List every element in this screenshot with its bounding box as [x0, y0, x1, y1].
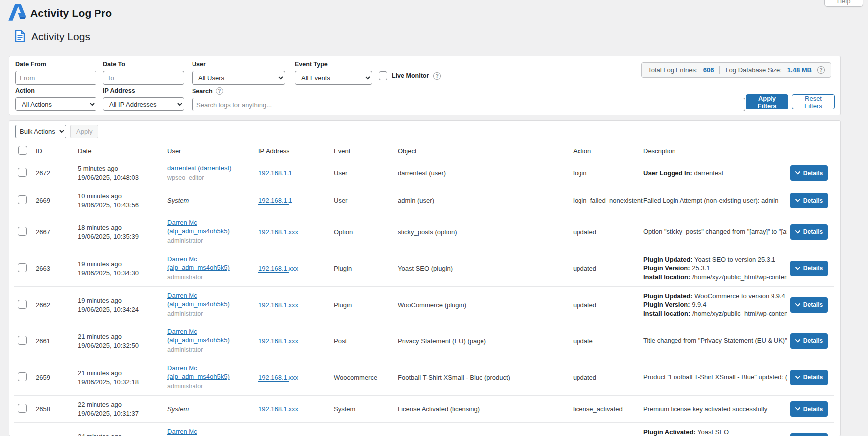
user-link[interactable]: Darren Mc (alp_adm_ms4oh5k5)	[167, 364, 230, 380]
ip-address-link[interactable]: 192.168.1.xxx	[258, 228, 298, 236]
ip-address-link[interactable]: 192.168.1.1	[258, 169, 292, 177]
description-line: Title changed from "Privacy Statement (E…	[643, 336, 787, 345]
ip-address-filter-label: IP Address	[103, 87, 184, 94]
action-filter-select[interactable]: All Actions	[15, 97, 96, 111]
user-link[interactable]: Darren Mc (alp_adm_ms4oh5k5)	[167, 219, 230, 235]
log-object: WooCommerce (plugin)	[394, 301, 570, 309]
description-line: Plugin Version: 9.9.4	[643, 300, 787, 309]
db-size-help-icon[interactable]: ?	[817, 66, 825, 74]
log-ip: 192.168.1.xxx	[255, 337, 330, 345]
row-checkbox[interactable]	[18, 336, 27, 345]
date-absolute: 19/06/2025, 10:32:18	[78, 378, 164, 386]
ip-address-filter-select[interactable]: All IP Addresses	[103, 97, 184, 111]
search-input[interactable]	[192, 98, 745, 111]
description-line: Option "sticky_posts" changed from "[arr…	[643, 227, 787, 236]
log-ip: 192.168.1.1	[255, 169, 330, 177]
log-object: Privacy Statement (EU) (page)	[394, 337, 570, 345]
row-checkbox[interactable]	[18, 168, 27, 177]
total-log-entries-value: 606	[703, 66, 714, 74]
ip-address-link[interactable]: 192.168.1.xxx	[258, 405, 298, 413]
row-checkbox[interactable]	[18, 263, 27, 272]
log-ip: 192.168.1.xxx	[255, 228, 330, 236]
log-date: 22 minutes ago 19/06/2025, 10:31:37	[74, 400, 164, 418]
details-button[interactable]: Details	[790, 333, 828, 349]
details-button[interactable]: Details	[790, 224, 828, 240]
log-description: Product "Football T-Shirt XSmall - Blue"…	[640, 373, 787, 382]
details-button[interactable]: Details	[790, 165, 828, 181]
log-date: 19 minutes ago 19/06/2025, 10:34:30	[74, 260, 164, 277]
user-link[interactable]: Darren Mc (alp_adm_ms4oh5k5)	[167, 255, 230, 271]
live-monitor-help-icon[interactable]: ?	[433, 72, 441, 80]
row-checkbox[interactable]	[18, 227, 27, 236]
date-from-input[interactable]	[15, 71, 96, 85]
log-action: login	[570, 169, 640, 177]
chevron-down-icon	[795, 230, 800, 234]
date-absolute: 19/06/2025, 10:32:50	[78, 341, 164, 350]
row-checkbox[interactable]	[18, 372, 27, 381]
select-all-checkbox[interactable]	[18, 146, 27, 155]
log-stats-box: Total Log Entries: 606 Log Database Size…	[641, 62, 831, 78]
stats-divider	[719, 66, 720, 74]
event-type-filter-select[interactable]: All Events	[295, 71, 372, 85]
log-user: System	[164, 196, 255, 205]
ip-address-link[interactable]: 192.168.1.xxx	[258, 265, 298, 273]
log-user: Darren Mc (alp_adm_ms4oh5k5)administrato…	[164, 218, 255, 245]
log-event: User	[330, 197, 394, 204]
apply-filters-button[interactable]: Apply Filters	[746, 94, 788, 109]
document-icon	[15, 30, 25, 44]
search-label: Search	[192, 88, 213, 95]
date-absolute: 19/06/2025, 10:35:39	[78, 232, 164, 241]
date-absolute: 19/06/2025, 10:43:56	[78, 201, 164, 209]
activity-log-table-panel: Bulk Actions Apply ID Date User IP Addre…	[9, 120, 841, 436]
row-checkbox[interactable]	[18, 404, 27, 413]
log-description: Plugin Activated: Yoast SEOPlugin Versio…	[640, 428, 787, 436]
app-logo-icon	[7, 3, 27, 23]
description-line: Install location: /home/xyz/public_html/…	[643, 309, 787, 318]
help-button[interactable]: Help	[824, 0, 863, 7]
details-button-label: Details	[803, 406, 823, 413]
description-line: Premium license key activated successful…	[643, 405, 787, 414]
date-absolute: 19/06/2025, 10:31:37	[78, 409, 164, 418]
table-row: 2661 21 minutes ago 19/06/2025, 10:32:50…	[14, 323, 834, 359]
user-filter-select[interactable]: All Users	[192, 71, 285, 85]
user-link[interactable]: Darren Mc (alp_adm_ms4oh5k5)	[167, 328, 230, 344]
log-event: Plugin	[330, 265, 394, 272]
details-button[interactable]: Details	[790, 370, 828, 385]
ip-address-link[interactable]: 192.168.1.xxx	[258, 374, 298, 382]
chevron-down-icon	[795, 267, 800, 270]
ip-address-link[interactable]: 192.168.1.xxx	[258, 301, 298, 309]
bulk-actions-select[interactable]: Bulk Actions	[15, 125, 66, 138]
log-event: Plugin	[330, 301, 394, 309]
user-role: wpseo_editor	[167, 174, 255, 182]
ip-address-link[interactable]: 192.168.1.xxx	[258, 337, 298, 345]
details-button[interactable]: Details	[790, 261, 828, 276]
details-button[interactable]: Details	[790, 433, 828, 436]
page-title: Activity Logs	[31, 31, 90, 43]
table-row: 2658 22 minutes ago 19/06/2025, 10:31:37…	[14, 396, 834, 423]
details-button[interactable]: Details	[790, 297, 828, 313]
details-button-label: Details	[803, 228, 823, 235]
search-help-icon[interactable]: ?	[216, 87, 223, 95]
row-checkbox[interactable]	[18, 195, 27, 204]
log-date: 19 minutes ago 19/06/2025, 10:34:24	[74, 296, 164, 314]
log-object: Yoast SEO (plugin)	[394, 265, 570, 272]
details-button[interactable]: Details	[790, 401, 828, 417]
log-id: 2661	[32, 337, 74, 345]
description-line: Plugin Version: 25.3.1	[643, 264, 787, 273]
ip-address-link[interactable]: 192.168.1.1	[258, 197, 292, 205]
date-to-input[interactable]	[103, 71, 184, 85]
user-link[interactable]: darrentest (darrentest)	[167, 164, 231, 172]
details-button[interactable]: Details	[790, 193, 828, 208]
chevron-down-icon	[795, 407, 800, 411]
user-link[interactable]: Darren Mc (alp_adm_ms4oh5k5)	[167, 292, 230, 308]
log-date: 21 minutes ago 19/06/2025, 10:32:18	[74, 369, 164, 386]
live-monitor-label: Live Monitor	[392, 72, 429, 79]
log-id: 2662	[32, 301, 74, 309]
reset-filters-button[interactable]: Reset Filters	[792, 94, 835, 109]
log-description: Failed Login Attempt (non-existing user)…	[640, 196, 787, 205]
row-checkbox[interactable]	[18, 300, 27, 309]
live-monitor-checkbox[interactable]	[379, 71, 387, 80]
table-row: 2672 5 minutes ago 19/06/2025, 10:48:03 …	[14, 159, 834, 187]
user-link[interactable]: Darren Mc (alp_adm_ms4oh5k5)	[167, 428, 230, 436]
bulk-apply-button[interactable]: Apply	[70, 125, 98, 138]
